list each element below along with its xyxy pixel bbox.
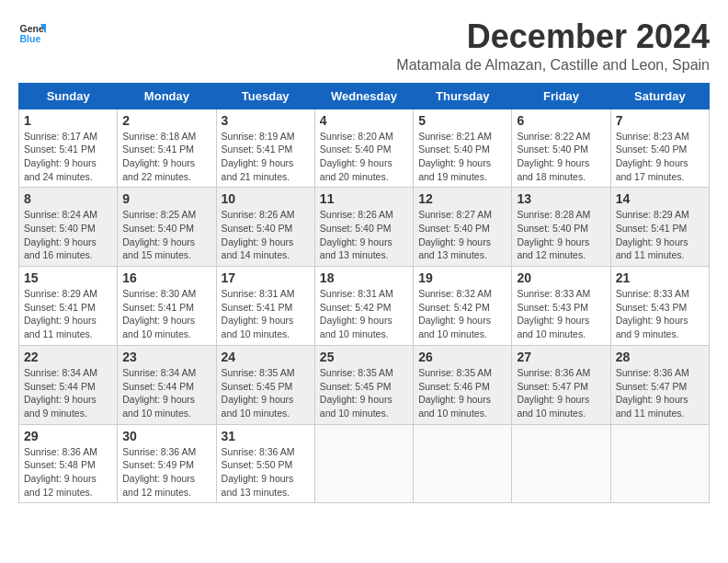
day-info: Sunrise: 8:18 AMSunset: 5:41 PMDaylight:… bbox=[122, 130, 210, 184]
day-number: 29 bbox=[24, 429, 112, 443]
day-info: Sunrise: 8:29 AMSunset: 5:41 PMDaylight:… bbox=[24, 287, 112, 341]
day-info: Sunrise: 8:26 AMSunset: 5:40 PMDaylight:… bbox=[320, 208, 408, 262]
day-number: 14 bbox=[616, 191, 704, 206]
calendar-cell: 26Sunrise: 8:35 AMSunset: 5:46 PMDayligh… bbox=[414, 345, 512, 424]
day-info: Sunrise: 8:24 AMSunset: 5:40 PMDaylight:… bbox=[24, 208, 112, 262]
page-header: General Blue December 2024 Matamala de A… bbox=[18, 18, 710, 74]
day-number: 1 bbox=[24, 113, 112, 128]
calendar-cell: 5Sunrise: 8:21 AMSunset: 5:40 PMDaylight… bbox=[414, 109, 512, 188]
day-number: 7 bbox=[616, 113, 704, 128]
day-info: Sunrise: 8:36 AMSunset: 5:47 PMDaylight:… bbox=[616, 366, 704, 420]
calendar-cell: 21Sunrise: 8:33 AMSunset: 5:43 PMDayligh… bbox=[610, 267, 709, 346]
calendar-cell: 15Sunrise: 8:29 AMSunset: 5:41 PMDayligh… bbox=[19, 267, 118, 346]
calendar-cell: 7Sunrise: 8:23 AMSunset: 5:40 PMDaylight… bbox=[610, 109, 709, 188]
calendar-cell bbox=[610, 424, 709, 503]
day-info: Sunrise: 8:23 AMSunset: 5:40 PMDaylight:… bbox=[616, 130, 704, 184]
calendar-cell: 1Sunrise: 8:17 AMSunset: 5:41 PMDaylight… bbox=[19, 109, 118, 188]
day-info: Sunrise: 8:35 AMSunset: 5:46 PMDaylight:… bbox=[418, 366, 506, 420]
day-number: 17 bbox=[222, 270, 310, 285]
day-info: Sunrise: 8:27 AMSunset: 5:40 PMDaylight:… bbox=[418, 208, 506, 262]
day-info: Sunrise: 8:26 AMSunset: 5:40 PMDaylight:… bbox=[222, 208, 310, 262]
calendar-cell: 9Sunrise: 8:25 AMSunset: 5:40 PMDaylight… bbox=[118, 188, 216, 267]
weekday-header-monday: Monday bbox=[118, 83, 216, 109]
day-number: 5 bbox=[418, 113, 506, 128]
day-info: Sunrise: 8:21 AMSunset: 5:40 PMDaylight:… bbox=[418, 130, 506, 184]
weekday-header-saturday: Saturday bbox=[610, 83, 709, 109]
calendar-cell: 10Sunrise: 8:26 AMSunset: 5:40 PMDayligh… bbox=[216, 188, 314, 267]
calendar-cell: 14Sunrise: 8:29 AMSunset: 5:41 PMDayligh… bbox=[610, 188, 709, 267]
calendar-cell: 29Sunrise: 8:36 AMSunset: 5:48 PMDayligh… bbox=[19, 424, 118, 503]
calendar-week-row: 29Sunrise: 8:36 AMSunset: 5:48 PMDayligh… bbox=[19, 424, 710, 503]
day-number: 15 bbox=[24, 270, 112, 285]
calendar-cell: 11Sunrise: 8:26 AMSunset: 5:40 PMDayligh… bbox=[314, 188, 413, 267]
weekday-header-friday: Friday bbox=[512, 83, 610, 109]
day-info: Sunrise: 8:30 AMSunset: 5:41 PMDaylight:… bbox=[122, 287, 210, 341]
calendar-cell: 3Sunrise: 8:19 AMSunset: 5:41 PMDaylight… bbox=[216, 109, 314, 188]
day-info: Sunrise: 8:34 AMSunset: 5:44 PMDaylight:… bbox=[122, 366, 210, 420]
day-number: 10 bbox=[222, 191, 310, 206]
calendar-cell: 18Sunrise: 8:31 AMSunset: 5:42 PMDayligh… bbox=[314, 267, 413, 346]
calendar-week-row: 1Sunrise: 8:17 AMSunset: 5:41 PMDaylight… bbox=[19, 109, 710, 188]
calendar-cell: 20Sunrise: 8:33 AMSunset: 5:43 PMDayligh… bbox=[512, 267, 610, 346]
calendar-cell: 27Sunrise: 8:36 AMSunset: 5:47 PMDayligh… bbox=[512, 345, 610, 424]
day-number: 25 bbox=[320, 350, 408, 364]
day-number: 3 bbox=[222, 113, 310, 128]
calendar-cell: 6Sunrise: 8:22 AMSunset: 5:40 PMDaylight… bbox=[512, 109, 610, 188]
calendar-cell: 16Sunrise: 8:30 AMSunset: 5:41 PMDayligh… bbox=[118, 267, 216, 346]
day-number: 12 bbox=[418, 191, 506, 206]
day-info: Sunrise: 8:20 AMSunset: 5:40 PMDaylight:… bbox=[320, 130, 408, 184]
day-number: 28 bbox=[616, 350, 704, 364]
day-number: 9 bbox=[122, 191, 210, 206]
calendar-table: SundayMondayTuesdayWednesdayThursdayFrid… bbox=[18, 83, 710, 504]
day-number: 8 bbox=[24, 191, 112, 206]
weekday-header-sunday: Sunday bbox=[19, 83, 118, 109]
day-number: 30 bbox=[122, 429, 210, 443]
day-info: Sunrise: 8:33 AMSunset: 5:43 PMDaylight:… bbox=[616, 287, 704, 341]
day-info: Sunrise: 8:31 AMSunset: 5:41 PMDaylight:… bbox=[222, 287, 310, 341]
day-info: Sunrise: 8:25 AMSunset: 5:40 PMDaylight:… bbox=[122, 208, 210, 262]
day-number: 31 bbox=[222, 429, 310, 443]
day-number: 27 bbox=[517, 350, 605, 364]
calendar-cell: 23Sunrise: 8:34 AMSunset: 5:44 PMDayligh… bbox=[118, 345, 216, 424]
day-info: Sunrise: 8:28 AMSunset: 5:40 PMDaylight:… bbox=[517, 208, 605, 262]
day-number: 11 bbox=[320, 191, 408, 206]
calendar-week-row: 8Sunrise: 8:24 AMSunset: 5:40 PMDaylight… bbox=[19, 188, 710, 267]
calendar-header-row: SundayMondayTuesdayWednesdayThursdayFrid… bbox=[19, 83, 710, 109]
day-number: 6 bbox=[517, 113, 605, 128]
day-number: 19 bbox=[418, 270, 506, 285]
day-number: 4 bbox=[320, 113, 408, 128]
calendar-cell: 24Sunrise: 8:35 AMSunset: 5:45 PMDayligh… bbox=[216, 345, 314, 424]
logo-icon: General Blue bbox=[18, 18, 46, 46]
day-info: Sunrise: 8:35 AMSunset: 5:45 PMDaylight:… bbox=[222, 366, 310, 420]
calendar-cell: 13Sunrise: 8:28 AMSunset: 5:40 PMDayligh… bbox=[512, 188, 610, 267]
day-number: 13 bbox=[517, 191, 605, 206]
location: Matamala de Almazan, Castille and Leon, … bbox=[396, 57, 710, 74]
calendar-cell: 22Sunrise: 8:34 AMSunset: 5:44 PMDayligh… bbox=[19, 345, 118, 424]
calendar-cell bbox=[314, 424, 413, 503]
calendar-cell: 19Sunrise: 8:32 AMSunset: 5:42 PMDayligh… bbox=[414, 267, 512, 346]
calendar-cell bbox=[414, 424, 512, 503]
calendar-cell: 8Sunrise: 8:24 AMSunset: 5:40 PMDaylight… bbox=[19, 188, 118, 267]
calendar-cell: 2Sunrise: 8:18 AMSunset: 5:41 PMDaylight… bbox=[118, 109, 216, 188]
calendar-week-row: 22Sunrise: 8:34 AMSunset: 5:44 PMDayligh… bbox=[19, 345, 710, 424]
day-number: 16 bbox=[122, 270, 210, 285]
calendar-cell bbox=[512, 424, 610, 503]
day-info: Sunrise: 8:36 AMSunset: 5:49 PMDaylight:… bbox=[122, 445, 210, 500]
day-info: Sunrise: 8:35 AMSunset: 5:45 PMDaylight:… bbox=[320, 366, 408, 420]
calendar-cell: 30Sunrise: 8:36 AMSunset: 5:49 PMDayligh… bbox=[118, 424, 216, 503]
calendar-cell: 4Sunrise: 8:20 AMSunset: 5:40 PMDaylight… bbox=[314, 109, 413, 188]
weekday-header-thursday: Thursday bbox=[414, 83, 512, 109]
calendar-cell: 31Sunrise: 8:36 AMSunset: 5:50 PMDayligh… bbox=[216, 424, 314, 503]
day-number: 22 bbox=[24, 350, 112, 364]
day-number: 2 bbox=[122, 113, 210, 128]
calendar-week-row: 15Sunrise: 8:29 AMSunset: 5:41 PMDayligh… bbox=[19, 267, 710, 346]
calendar-cell: 12Sunrise: 8:27 AMSunset: 5:40 PMDayligh… bbox=[414, 188, 512, 267]
calendar-cell: 17Sunrise: 8:31 AMSunset: 5:41 PMDayligh… bbox=[216, 267, 314, 346]
title-section: December 2024 Matamala de Almazan, Casti… bbox=[396, 18, 710, 74]
day-number: 20 bbox=[517, 270, 605, 285]
day-info: Sunrise: 8:32 AMSunset: 5:42 PMDaylight:… bbox=[418, 287, 506, 341]
day-info: Sunrise: 8:33 AMSunset: 5:43 PMDaylight:… bbox=[517, 287, 605, 341]
day-info: Sunrise: 8:34 AMSunset: 5:44 PMDaylight:… bbox=[24, 366, 112, 420]
day-number: 21 bbox=[616, 270, 704, 285]
weekday-header-tuesday: Tuesday bbox=[216, 83, 314, 109]
